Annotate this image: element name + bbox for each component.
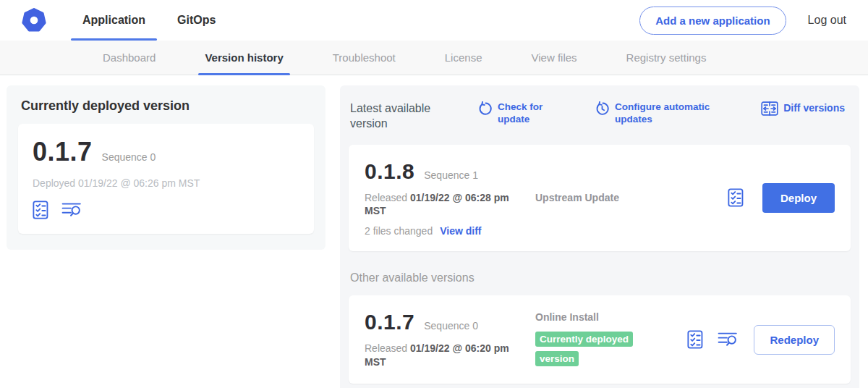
deployed-timestamp: Deployed 01/19/22 @ 06:26 pm MST [33,177,299,189]
deployed-version-row: 0.1.7 Sequence 0 [33,137,299,167]
subnav-item-license[interactable]: License [445,41,482,75]
subnav-item-registry-settings[interactable]: Registry settings [626,41,707,75]
latest-version-number: 0.1.8 [365,159,414,184]
subnav-item-dashboard[interactable]: Dashboard [103,41,156,75]
diff-versions-link[interactable]: Diff versions [761,101,845,116]
app-logo-icon[interactable] [22,8,46,33]
redeploy-button[interactable]: Redeploy [754,325,835,355]
deployed-card-title: Currently deployed version [21,98,311,114]
latest-released-timestamp: Released 01/19/22 @ 06:28 pm MST [365,191,529,219]
other-available-versions-title: Other available versions [350,271,849,284]
app-subnav: Dashboard Version history Troubleshoot L… [0,41,868,75]
configure-automatic-updates-label: Configure automatic updates [615,101,723,126]
version-card-other: 0.1.7 Sequence 0 Released 01/19/22 @ 06:… [349,295,851,384]
app-root: Application GitOps Add a new application… [0,0,868,388]
configure-automatic-updates-link[interactable]: Configure automatic updates [595,101,723,126]
deployed-version-number: 0.1.7 [33,137,93,167]
other-source-label: Online Install [535,311,687,323]
other-released-timestamp: Released 01/19/22 @ 06:20 pm MST [365,342,529,369]
latest-version-info: 0.1.8 Sequence 1 Released 01/19/22 @ 06:… [365,159,532,237]
diff-versions-icon [761,101,778,116]
logout-link[interactable]: Log out [808,14,846,27]
release-notes-icon[interactable] [33,201,50,219]
release-notes-icon[interactable] [687,330,705,349]
check-for-update-link[interactable]: Check for update [477,101,550,126]
deployed-sequence-label: Sequence 0 [102,151,156,163]
view-files-magnifier-icon[interactable] [61,201,82,219]
panel-header: Latest available version Check for updat… [349,96,851,145]
view-diff-link[interactable]: View diff [440,225,481,237]
subnav-item-troubleshoot[interactable]: Troubleshoot [333,41,396,75]
other-source-column: Online Install Currently deployed versio… [532,311,687,368]
latest-files-changed: 2 files changedView diff [365,225,532,237]
tab-gitops[interactable]: GitOps [166,0,227,41]
panel-title: Latest available version [350,101,446,132]
diff-versions-label: Diff versions [783,102,845,115]
available-versions-panel: Latest available version Check for updat… [340,85,859,388]
version-card-latest: 0.1.8 Sequence 1 Released 01/19/22 @ 06:… [349,145,851,252]
check-for-update-label: Check for update [498,101,550,126]
subnav-item-version-history[interactable]: Version history [205,41,283,75]
currently-deployed-badge: Currently deployed version [535,329,651,368]
top-navbar: Application GitOps Add a new application… [0,0,868,41]
refresh-icon [477,101,493,117]
latest-sequence-label: Sequence 1 [424,169,478,181]
other-version-info: 0.1.7 Sequence 0 Released 01/19/22 @ 06:… [365,310,532,369]
other-actions: Redeploy [687,325,835,355]
latest-actions: Deploy [728,183,835,213]
currently-deployed-card: Currently deployed version 0.1.7 Sequenc… [7,85,326,250]
latest-source-label: Upstream Update [535,192,728,203]
release-notes-icon[interactable] [728,188,745,207]
top-tabs: Application GitOps [71,0,236,41]
deployed-version-card: 0.1.7 Sequence 0 Deployed 01/19/22 @ 06:… [18,124,314,234]
other-sequence-label: Sequence 0 [424,320,478,332]
view-files-magnifier-icon[interactable] [718,331,738,348]
deployed-actions [33,201,299,219]
topnav-right: Add a new application Log out [639,7,846,35]
subnav-item-view-files[interactable]: View files [531,41,576,75]
main-content: Currently deployed version 0.1.7 Sequenc… [0,75,868,388]
latest-source-column: Upstream Update [532,192,728,203]
tab-application[interactable]: Application [71,0,157,41]
add-application-button[interactable]: Add a new application [639,7,786,35]
auto-update-clock-icon [595,101,610,117]
deploy-button[interactable]: Deploy [762,183,835,213]
other-version-number: 0.1.7 [365,310,414,334]
